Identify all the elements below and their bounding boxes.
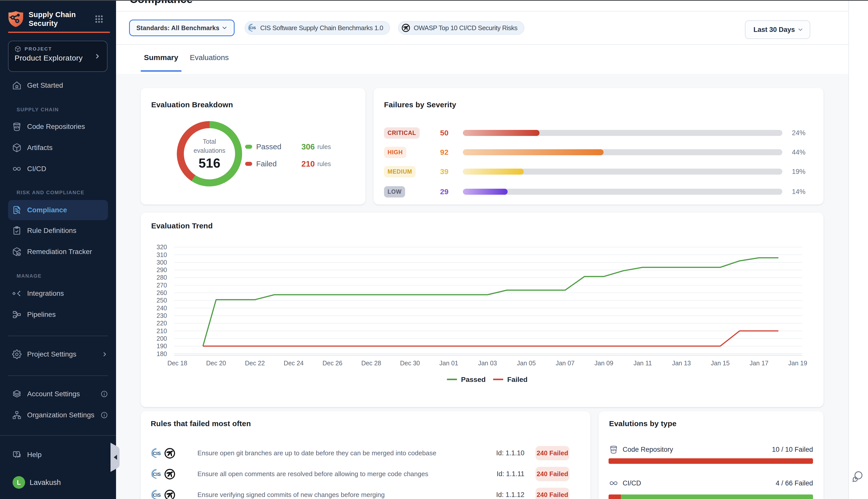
sidebar-item-artifacts[interactable]: Artifacts bbox=[8, 138, 108, 158]
sidebar-item-pipelines[interactable]: Pipelines bbox=[8, 305, 108, 325]
evaluation-trend-chart: 1801902002102202302402502602702802903003… bbox=[141, 212, 823, 393]
package-shield-icon bbox=[12, 247, 22, 257]
document-search-icon bbox=[12, 205, 22, 215]
severity-badge-col: MEDIUM bbox=[384, 166, 434, 178]
sidebar-section-risk-compliance: RISK AND COMPLIANCE bbox=[8, 187, 108, 197]
sidebar-item-label: Rule Definitions bbox=[27, 227, 76, 235]
cis-logo-icon: CIS bbox=[248, 24, 257, 32]
severity-row-high: HIGH9244% bbox=[384, 143, 813, 162]
sidebar-item-label: Organization Settings bbox=[27, 411, 95, 419]
brand-shield-logo-icon bbox=[8, 11, 24, 27]
chip-owasp[interactable]: OWASP Top 10 CI/CD Security Risks bbox=[398, 21, 524, 35]
project-label: PROJECT bbox=[25, 46, 52, 52]
legend-unit: rules bbox=[317, 143, 331, 150]
svg-text:250: 250 bbox=[157, 297, 167, 304]
infinity-icon bbox=[12, 164, 22, 174]
main-content: Compliance Standards: All Benchmarks CIS… bbox=[116, 0, 849, 499]
svg-text:Jan 09: Jan 09 bbox=[595, 360, 613, 367]
sidebar-item-organization-settings[interactable]: Organization Settings bbox=[8, 405, 108, 425]
sidebar-item-compliance[interactable]: Compliance bbox=[8, 200, 108, 220]
rule-row[interactable]: CISEnsure verifying signed commits of ne… bbox=[151, 484, 580, 499]
severity-percent: 44% bbox=[789, 148, 805, 156]
severity-badge-col: LOW bbox=[384, 186, 434, 197]
sidebar-collapse-handle[interactable] bbox=[111, 443, 122, 472]
infinity-icon bbox=[609, 478, 619, 488]
type-bar-failed bbox=[609, 495, 621, 499]
support-chat-icon[interactable] bbox=[851, 470, 864, 484]
rule-id: Id: 1.1.12 bbox=[496, 491, 524, 499]
severity-row-critical: CRITICAL5024% bbox=[384, 123, 813, 143]
severity-bar-fill bbox=[463, 169, 524, 175]
evaluations-by-type-card: Evalutions by type Code Repository 10 / … bbox=[598, 411, 823, 499]
chip-cis-benchmark[interactable]: CIS CIS Software Supply Chain Benchmarks… bbox=[245, 21, 390, 35]
sidebar-item-rule-definitions[interactable]: Rule Definitions bbox=[8, 221, 108, 241]
svg-text:Jan 11: Jan 11 bbox=[633, 360, 652, 367]
sidebar-item-cicd[interactable]: CI/CD bbox=[8, 159, 108, 179]
type-name: Code Repository bbox=[623, 446, 673, 453]
sidebar-item-integrations[interactable]: Integrations bbox=[8, 283, 108, 304]
app-grid-icon[interactable] bbox=[95, 15, 103, 24]
type-row-cicd: CI/CD 4 / 66 Failed bbox=[609, 478, 813, 489]
sidebar-item-help[interactable]: Help bbox=[8, 445, 108, 465]
svg-text:Dec 18: Dec 18 bbox=[167, 360, 187, 367]
svg-text:260: 260 bbox=[157, 289, 167, 296]
brand-header: Supply Chain Security bbox=[8, 9, 108, 29]
cis-logo-icon: CIS bbox=[151, 448, 162, 459]
home-icon bbox=[12, 81, 22, 90]
sidebar-section-manage: MANAGE bbox=[8, 271, 108, 281]
sidebar-item-account-settings[interactable]: Account Settings bbox=[8, 384, 108, 404]
project-name: Product Exploratory bbox=[15, 54, 101, 62]
sidebar-item-remediation-tracker[interactable]: Remediation Tracker bbox=[8, 242, 108, 262]
rule-standard-icons: CIS bbox=[151, 468, 187, 480]
legend-value: 210 bbox=[301, 159, 315, 169]
severity-badge: CRITICAL bbox=[384, 127, 420, 139]
summary-panel: Evaluation Breakdown Total evaluations 5… bbox=[116, 74, 848, 499]
sidebar-item-label: Integrations bbox=[27, 290, 64, 297]
tab-summary[interactable]: Summary bbox=[141, 45, 182, 70]
chevron-down-icon bbox=[221, 25, 228, 31]
owasp-logo-icon bbox=[164, 468, 175, 480]
svg-text:320: 320 bbox=[157, 243, 167, 251]
sidebar-item-code-repositories[interactable]: Code Repositories bbox=[8, 117, 108, 137]
info-icon[interactable] bbox=[100, 390, 108, 398]
rule-failed-badge: 240 Failed bbox=[535, 446, 569, 460]
svg-text:210: 210 bbox=[157, 327, 167, 334]
owasp-logo-icon bbox=[164, 489, 175, 499]
sidebar-user[interactable]: L Lavakush bbox=[8, 472, 108, 492]
card-title: Failures by Severity bbox=[384, 100, 456, 109]
app-root: Supply Chain Security PROJECT Product Ex… bbox=[0, 0, 868, 499]
severity-count: 29 bbox=[434, 187, 455, 196]
sidebar-item-get-started[interactable]: Get Started bbox=[8, 75, 108, 96]
legend-value: 306 bbox=[301, 142, 315, 151]
severity-bar-track bbox=[463, 130, 782, 136]
cis-logo-icon: CIS bbox=[151, 490, 162, 499]
code-repository-icon bbox=[609, 445, 619, 454]
severity-badge: HIGH bbox=[384, 147, 406, 158]
standards-select[interactable]: Standards: All Benchmarks bbox=[129, 20, 235, 36]
svg-text:CIS: CIS bbox=[153, 492, 161, 498]
sidebar-item-project-settings[interactable]: Project Settings bbox=[8, 344, 108, 364]
gear-icon bbox=[12, 350, 22, 359]
svg-text:Jan 17: Jan 17 bbox=[749, 360, 768, 367]
rule-standard-icons: CIS bbox=[151, 448, 187, 459]
right-gutter bbox=[849, 0, 868, 499]
layers-gear-icon bbox=[12, 389, 22, 399]
rule-standard-icons: CIS bbox=[151, 489, 187, 499]
card-title: Rules that failed most often bbox=[151, 419, 251, 428]
rule-row[interactable]: CISEnsure all open comments are resolved… bbox=[151, 464, 580, 485]
avatar: L bbox=[13, 476, 25, 489]
rule-row[interactable]: CISEnsure open git branches are up to da… bbox=[151, 443, 580, 464]
tab-evaluations[interactable]: Evaluations bbox=[187, 45, 232, 70]
sidebar-section-supply-chain: SUPPLY CHAIN bbox=[8, 105, 108, 114]
date-range-select[interactable]: Last 30 Days bbox=[745, 20, 810, 39]
sidebar-item-label: Pipelines bbox=[27, 311, 56, 319]
severity-row-low: LOW2914% bbox=[384, 182, 813, 202]
sidebar-item-label: Remediation Tracker bbox=[27, 248, 92, 256]
evaluation-breakdown-card: Evaluation Breakdown Total evaluations 5… bbox=[141, 88, 365, 205]
info-icon[interactable] bbox=[100, 411, 108, 419]
rule-failed-badge: 240 Failed bbox=[535, 488, 569, 499]
owasp-logo-icon bbox=[164, 448, 175, 459]
severity-count: 39 bbox=[434, 167, 455, 176]
project-selector[interactable]: PROJECT Product Exploratory bbox=[8, 41, 108, 72]
svg-text:Dec 28: Dec 28 bbox=[361, 360, 381, 367]
